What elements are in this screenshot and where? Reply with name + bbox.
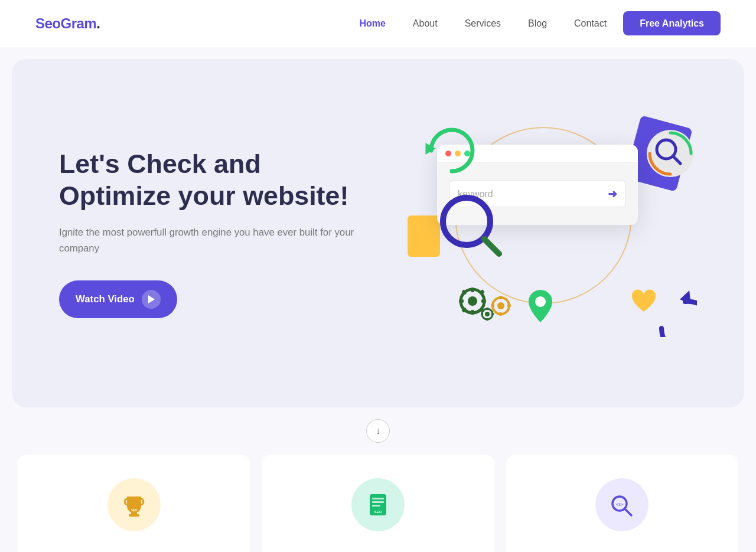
nav-item-services[interactable]: Services (454, 18, 511, 29)
svg-rect-21 (499, 312, 502, 316)
nav-item-contact[interactable]: Contact (563, 18, 617, 29)
svg-point-9 (468, 296, 477, 306)
cards-section: SEO SEO </> (0, 455, 756, 552)
svg-rect-36 (372, 498, 384, 499)
search-arrow-icon: ➜ (608, 187, 617, 201)
gears-illustration (452, 280, 517, 322)
logo-seo: Seo (35, 15, 61, 31)
svg-rect-27 (486, 318, 488, 321)
watch-video-button[interactable]: Watch Video (59, 280, 177, 318)
hero-section: Let's Check and Optimize your website! I… (12, 59, 744, 407)
nav-link-about[interactable]: About (402, 14, 448, 33)
svg-point-3 (449, 204, 484, 239)
svg-rect-12 (459, 299, 464, 303)
card-2-icon: SEO (351, 478, 405, 531)
nav-link-home[interactable]: Home (348, 14, 396, 33)
svg-line-41 (625, 509, 631, 515)
nav-link-blog[interactable]: Blog (517, 14, 558, 33)
card-1-icon: SEO (107, 478, 161, 531)
nav-item-about[interactable]: About (402, 18, 448, 29)
svg-rect-13 (481, 299, 486, 303)
card-3-icon: </> (595, 478, 649, 531)
logo[interactable]: SeoGram. (35, 15, 100, 32)
hero-text-block: Let's Check and Optimize your website! I… (59, 148, 366, 318)
hero-subtitle: Ignite the most powerfull growth engine … (59, 225, 366, 257)
svg-rect-26 (486, 308, 488, 310)
card-2: SEO (262, 455, 494, 552)
svg-point-4 (647, 130, 694, 177)
svg-text:</>: </> (617, 502, 624, 507)
play-icon (142, 290, 161, 309)
nav-item-home[interactable]: Home (348, 18, 396, 29)
scroll-down-indicator: ↓ (0, 419, 756, 443)
svg-rect-32 (129, 514, 139, 517)
watch-video-label: Watch Video (76, 293, 135, 305)
nav-links: Home About Services Blog Contact Free An… (348, 18, 721, 29)
nav-item-blog[interactable]: Blog (517, 18, 558, 29)
nav-item-cta[interactable]: Free Analytics (623, 18, 721, 29)
svg-rect-23 (507, 304, 511, 307)
blue-circular-arrow (626, 266, 697, 339)
svg-line-2 (484, 239, 499, 254)
svg-text:SEO: SEO (131, 508, 137, 512)
svg-rect-38 (372, 505, 380, 507)
nav-link-services[interactable]: Services (454, 14, 511, 33)
card-1: SEO (18, 455, 250, 552)
svg-rect-29 (491, 313, 494, 315)
hero-title: Let's Check and Optimize your website! (59, 148, 366, 212)
svg-rect-22 (491, 304, 494, 307)
svg-rect-11 (471, 310, 474, 315)
free-analytics-button[interactable]: Free Analytics (623, 11, 721, 35)
logo-gram: Gram (61, 15, 97, 31)
scroll-down-icon: ↓ (376, 426, 380, 436)
svg-rect-20 (499, 296, 502, 299)
nav-link-contact[interactable]: Contact (563, 14, 617, 33)
magnifier-icon (431, 186, 508, 265)
svg-point-25 (485, 312, 490, 316)
svg-rect-10 (471, 288, 474, 292)
green-circular-arrow (419, 121, 478, 182)
small-circle-magnifier (644, 127, 697, 180)
svg-point-30 (535, 296, 546, 307)
hero-illustration: keyword ➜ (402, 109, 697, 357)
svg-rect-37 (372, 501, 384, 503)
navbar: SeoGram. Home About Services Blog Contac… (0, 0, 756, 47)
svg-point-19 (497, 302, 504, 309)
svg-rect-28 (481, 313, 483, 315)
logo-dot: . (96, 15, 100, 31)
scroll-down-button[interactable]: ↓ (366, 419, 390, 443)
location-pin-icon (526, 287, 555, 328)
svg-text:SEO: SEO (374, 510, 382, 514)
card-3: </> (506, 455, 738, 552)
